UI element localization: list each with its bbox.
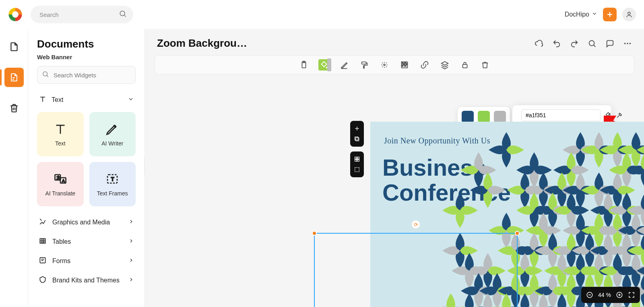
swatch-1[interactable] [462, 111, 474, 123]
fullscreen-icon[interactable] [628, 291, 635, 299]
rotate-handle[interactable]: ⟳ [411, 220, 420, 229]
no-color-icon[interactable] [605, 110, 612, 120]
card-ai-writer[interactable]: AI Writer [89, 112, 136, 156]
chevron-right-icon [128, 219, 134, 226]
left-rail [0, 29, 28, 307]
svg-point-1 [12, 11, 19, 18]
zoom-control: 44 % [581, 287, 640, 303]
svg-line-3 [124, 15, 126, 17]
svg-rect-48 [405, 65, 406, 66]
duplicate-page-icon[interactable] [353, 135, 361, 143]
page-strip-1 [350, 121, 364, 147]
rail-documents[interactable] [4, 68, 24, 87]
doc-header: Zoom Backgrou… [145, 29, 644, 54]
search-canvas-icon[interactable] [588, 39, 597, 48]
sidebar-panel: Documents Web Banner Text Text AI Writer [28, 29, 145, 307]
svg-rect-57 [357, 157, 359, 159]
svg-point-11 [43, 72, 47, 76]
swatch-3[interactable] [494, 111, 506, 123]
global-search [31, 6, 133, 23]
card-text-label: Text [55, 140, 66, 147]
comments-icon[interactable] [605, 39, 614, 48]
svg-rect-59 [357, 160, 359, 162]
add-page-icon[interactable] [353, 124, 361, 133]
svg-text:A: A [62, 179, 64, 183]
workspace-dropdown[interactable]: DocHipo [565, 11, 597, 18]
widget-search-input[interactable] [37, 66, 136, 84]
svg-point-6 [628, 12, 630, 15]
hex-input[interactable] [521, 109, 601, 121]
widget-search [37, 66, 136, 84]
layers-icon[interactable] [439, 59, 450, 71]
grid-view-icon[interactable] [353, 155, 361, 163]
svg-point-38 [326, 67, 328, 68]
lock-icon[interactable] [459, 59, 471, 71]
swatch-2[interactable] [478, 111, 490, 123]
panel-title: Documents [37, 38, 136, 50]
chevron-down-icon [592, 11, 597, 18]
rail-pages[interactable] [4, 37, 24, 56]
svg-rect-54 [356, 138, 359, 141]
search-icon [42, 71, 49, 79]
zoom-out-icon[interactable] [586, 291, 593, 299]
section-tables-label: Tables [52, 238, 123, 245]
select-area-icon[interactable] [353, 166, 361, 174]
search-icon[interactable] [119, 10, 127, 19]
cloud-sync-icon[interactable] [535, 39, 543, 48]
workspace-label: DocHipo [565, 11, 589, 18]
more-icon[interactable] [623, 39, 632, 48]
card-text[interactable]: Text [37, 112, 84, 156]
selection-toolbar [155, 55, 634, 75]
profile-button[interactable] [622, 8, 636, 21]
section-brand-kits[interactable]: Brand Kits and Themes [37, 271, 136, 290]
chevron-right-icon [128, 257, 134, 265]
clipboard-icon[interactable] [298, 59, 310, 71]
stroke-icon[interactable] [339, 59, 350, 71]
svg-point-2 [120, 11, 125, 16]
section-brand-kits-label: Brand Kits and Themes [52, 277, 123, 284]
svg-rect-56 [355, 157, 357, 159]
effects-icon[interactable] [379, 59, 390, 71]
canvas-area: Zoom Backgrou… [145, 29, 644, 307]
link-icon[interactable] [419, 59, 430, 71]
svg-text:文: 文 [57, 176, 60, 180]
zoom-value[interactable]: 44 % [598, 292, 611, 298]
fill-color-button[interactable] [318, 59, 330, 71]
eyedropper-icon[interactable] [616, 110, 623, 120]
card-text-frames[interactable]: T Text Frames [89, 162, 136, 206]
new-document-button[interactable] [603, 8, 617, 21]
section-text[interactable]: Text [37, 91, 136, 109]
topbar: DocHipo [0, 0, 644, 29]
redo-icon[interactable] [570, 39, 579, 48]
chevron-right-icon [128, 277, 134, 284]
svg-rect-23 [40, 239, 45, 243]
resize-handle-tr[interactable] [515, 231, 520, 236]
forms-icon [39, 256, 47, 266]
undo-icon[interactable] [552, 39, 561, 48]
svg-rect-49 [463, 64, 467, 68]
svg-rect-58 [355, 160, 357, 162]
card-text-frames-label: Text Frames [97, 190, 128, 197]
card-ai-writer-label: AI Writer [101, 140, 123, 147]
doc-title[interactable]: Zoom Backgrou… [157, 37, 247, 50]
tables-icon [39, 237, 47, 247]
transparency-icon[interactable] [399, 59, 410, 71]
format-painter-icon[interactable] [359, 59, 370, 71]
delete-icon[interactable] [479, 59, 491, 71]
chevron-right-icon [128, 238, 134, 245]
svg-point-35 [630, 43, 631, 44]
card-ai-translate[interactable]: 文A AI Translate [37, 162, 84, 206]
resize-handle-tl[interactable] [312, 231, 317, 236]
section-forms[interactable]: Forms [37, 251, 136, 271]
svg-rect-40 [362, 62, 366, 64]
section-text-label: Text [52, 96, 123, 104]
section-tables[interactable]: Tables [37, 232, 136, 251]
selection-rect[interactable]: ⟳ [314, 233, 518, 307]
rail-trash[interactable] [4, 98, 24, 118]
graphics-icon [39, 218, 47, 227]
zoom-in-icon[interactable] [616, 291, 623, 299]
svg-point-34 [627, 43, 628, 44]
search-input[interactable] [31, 6, 133, 23]
section-graphics[interactable]: Graphics and Media [37, 213, 136, 232]
card-ai-translate-label: AI Translate [45, 190, 75, 197]
